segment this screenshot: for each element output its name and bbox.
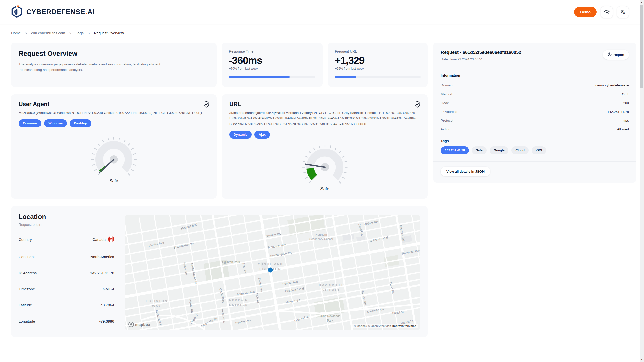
shield-check-icon — [203, 101, 210, 109]
location-row-ip: IP Address 142.251.41.78 — [19, 265, 114, 281]
map-label: Eglinton Ave E — [369, 236, 388, 242]
stat-delta: +70% from last week — [229, 67, 315, 70]
mapbox-logo-text: mapbox — [135, 322, 150, 327]
map-label: Briar Hill Ave — [147, 241, 164, 248]
map-label: Bayview Ave — [399, 225, 405, 242]
map-label: Walder Ave — [364, 220, 379, 226]
map-label: Oriole Pkwy — [219, 288, 225, 303]
map-label: DAVISVILLEVILLAGE — [319, 282, 344, 292]
map-label: Soudan Ave — [282, 280, 298, 286]
breadcrumb-domain[interactable]: cdn.cyberbrutes.com — [31, 31, 65, 35]
map-label: Shields Ave — [182, 260, 188, 276]
scroll-down-arrow[interactable]: ▼ — [640, 358, 644, 361]
info-row-method: Method GET — [441, 90, 629, 99]
brand-logo[interactable]: CYBERDEFENSE.AI — [11, 5, 95, 19]
breadcrumb: Home > cdn.cyberbrutes.com > Logs > Requ… — [0, 24, 644, 41]
map-label: Edith Dr — [242, 262, 247, 273]
map-label: Warren Rd — [188, 299, 194, 313]
location-row-latitude: Latitude 43.7064 — [19, 297, 114, 313]
map-label: Eglinton Park — [222, 260, 240, 264]
tag-vpn: VPN — [532, 146, 546, 154]
url-title: URL — [229, 101, 420, 108]
sun-icon — [604, 9, 610, 15]
chevron-right-icon: > — [25, 31, 27, 35]
url-tag-ajax: Ajax — [254, 131, 270, 139]
row-value: Allowed — [617, 127, 629, 131]
map-label: EGLINTONWAY — [146, 299, 168, 309]
row-value: GET — [622, 92, 629, 96]
page-title: Request Overview — [19, 50, 209, 58]
language-button[interactable]: A — [617, 6, 629, 18]
map-label: Hillhurst Blvd — [181, 223, 198, 230]
request-overview-card: Request Overview The analytics overview … — [11, 43, 217, 87]
mapbox-logo[interactable]: mapbox — [128, 322, 150, 327]
location-map[interactable]: YONGE ANDEGLINTONDAVISVILLEVILLAGECHAPLI… — [125, 215, 420, 330]
page-scrollbar[interactable]: ▲ ▼ — [640, 0, 644, 362]
row-value: 142.251.41.78 — [90, 271, 114, 275]
row-label: Domain — [441, 83, 453, 87]
row-value: 142.251.41.78 — [607, 110, 629, 114]
map-label: NorthernSecondary School — [309, 233, 333, 241]
row-value: 43.7064 — [101, 303, 114, 307]
row-label: IP Address — [441, 110, 457, 114]
tag-cloud: Cloud — [511, 146, 528, 154]
breadcrumb-logs[interactable]: Logs — [75, 31, 83, 35]
row-label: Continent — [19, 255, 35, 259]
theme-toggle-button[interactable] — [601, 6, 613, 18]
row-value: demo.cyberdefense.ai — [595, 83, 629, 87]
canada-flag-icon — [108, 236, 114, 243]
gauge-verdict-label: Safe — [109, 178, 118, 184]
row-label: Action — [441, 127, 450, 131]
tags-heading: Tags — [441, 139, 629, 143]
brand-dot: . — [85, 8, 88, 16]
row-value: North America — [90, 255, 114, 259]
map-label: Tranmer Ave — [234, 319, 251, 325]
stat-delta: +25% from last week — [335, 67, 421, 70]
map-label: Castle Knock Rd — [190, 263, 198, 284]
stat-value: -360ms — [229, 55, 315, 66]
progress-fill — [335, 76, 356, 78]
map-attribution: © Mapbox © OpenStreetMapImprove this map — [352, 324, 418, 328]
info-row-protocol: Protocol https — [441, 116, 629, 125]
map-marker[interactable] — [268, 268, 273, 273]
scroll-up-arrow[interactable]: ▲ — [640, 1, 644, 4]
user-agent-title: User Agent — [19, 101, 209, 108]
chevron-right-icon: > — [69, 31, 71, 35]
tag-google: Google — [490, 146, 508, 154]
map-label: Broadway Ave — [267, 243, 286, 249]
row-label: Longitude — [19, 319, 35, 323]
tag-safe: Safe — [472, 146, 487, 154]
report-button[interactable]: Report — [603, 50, 629, 60]
user-agent-card: User Agent Mozilla/5.0 (Windows; U; Wind… — [11, 94, 217, 199]
info-row-code: Code 200 — [441, 99, 629, 107]
frequent-url-card: Frequent URL +1,329 +25% from last week — [328, 43, 428, 87]
user-agent-string: Mozilla/5.0 (Windows; U; Windows NT 5.1;… — [19, 110, 206, 116]
demo-button[interactable]: Demo — [574, 7, 597, 17]
scroll-thumb[interactable] — [640, 5, 643, 88]
stat-label: Response Time — [229, 49, 315, 53]
url-card: URL /fr/instantsearch/ajax/result/?q=Nik… — [222, 94, 428, 199]
row-value: -79.3986 — [99, 319, 114, 323]
information-heading: Information — [441, 73, 629, 77]
breadcrumb-home[interactable]: Home — [11, 31, 21, 35]
request-id-title: Request - 661d52f5e3ea06e0f01a0052 — [441, 50, 521, 55]
location-row-country: Country Canada — [19, 230, 114, 249]
request-detail-panel: Request - 661d52f5e3ea06e0f01a0052 Date:… — [433, 43, 636, 183]
map-label: Roehampton Ave — [270, 251, 293, 257]
map-label: Parkhurst Blvd — [402, 249, 420, 255]
location-row-longitude: Longitude -79.3986 — [19, 313, 114, 329]
location-card: Location Request origin Country Canada — [11, 206, 428, 337]
progress-fill — [229, 76, 290, 78]
map-label: Forman Ave — [361, 290, 368, 306]
response-time-card: Response Time -360ms +70% from last week — [222, 43, 323, 87]
view-json-button[interactable]: View all details in JSON — [441, 167, 490, 176]
improve-map-link[interactable]: Improve this map — [392, 324, 416, 327]
map-label: Chaplin Cr — [189, 312, 199, 325]
row-label: Method — [441, 92, 452, 96]
info-row-domain: Domain demo.cyberdefense.ai — [441, 81, 629, 90]
map-label: Hillsdale Ave E — [285, 287, 304, 293]
app-header: CYBERDEFENSE.AI Demo — [0, 0, 644, 24]
progress-track — [229, 76, 315, 78]
progress-track — [335, 76, 421, 78]
map-label: Spadina Rd — [156, 310, 162, 325]
